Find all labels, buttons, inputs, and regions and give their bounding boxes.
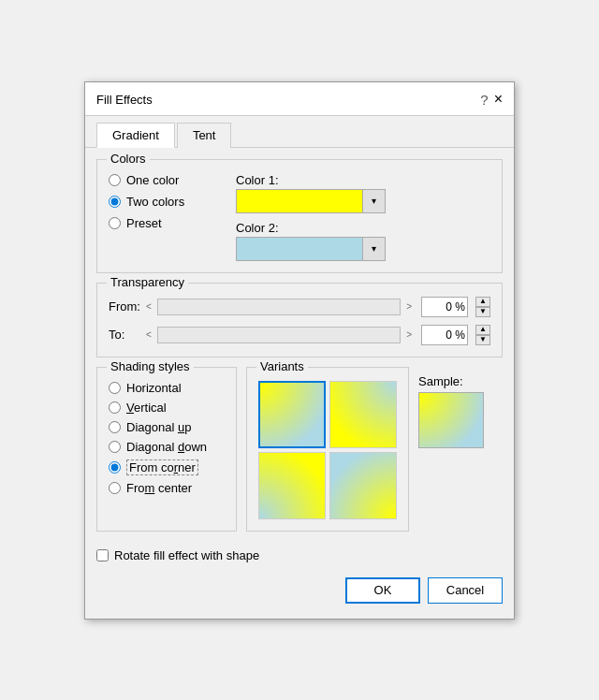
variant-2[interactable] (329, 381, 397, 448)
transparency-from-row: From: < > ▲ ▼ (109, 297, 490, 317)
tab-tent[interactable]: Tent (177, 123, 232, 148)
variant-3[interactable] (258, 452, 326, 519)
radio-from-corner-input[interactable] (109, 461, 121, 474)
to-label: To: (109, 328, 137, 342)
from-spinner: ▲ ▼ (475, 297, 490, 317)
radio-preset[interactable]: Preset (109, 216, 221, 230)
color1-swatch (237, 190, 362, 212)
color-selectors: Color 1: ▾ Color 2: ▾ (236, 173, 490, 261)
bottom-area: Shading styles Horizontal Vertical Diago… (96, 367, 503, 541)
dialog-title: Fill Effects (96, 93, 153, 107)
radio-diagonal-up[interactable]: Diagonal up (109, 420, 225, 434)
radio-diagonal-down-input[interactable] (109, 441, 121, 453)
radio-horizontal-input[interactable] (109, 382, 121, 394)
help-button[interactable]: ? (480, 92, 488, 108)
sample-area: Sample: (418, 367, 503, 541)
transparency-to-row: To: < > ▲ ▼ (109, 325, 490, 345)
rotate-checkbox-row: Rotate fill effect with shape (96, 548, 503, 562)
radio-from-corner[interactable]: From corner (109, 459, 225, 475)
color1-label: Color 1: (236, 173, 490, 187)
transparency-section: Transparency From: < > ▲ ▼ To: (96, 283, 503, 357)
ok-button[interactable]: OK (345, 577, 420, 604)
rotate-checkbox-label: Rotate fill effect with shape (114, 548, 259, 562)
radio-one-color[interactable]: One color (109, 173, 221, 187)
title-bar-controls: ? × (480, 91, 503, 108)
shading-section-label: Shading styles (107, 359, 194, 373)
tab-gradient[interactable]: Gradient (96, 123, 175, 148)
radio-preset-input[interactable] (109, 217, 121, 229)
variants-grid (258, 381, 397, 519)
radio-one-color-input[interactable] (109, 174, 121, 186)
variant-4[interactable] (329, 452, 397, 519)
color2-dropdown[interactable]: ▾ (236, 237, 386, 261)
from-slider-track[interactable] (157, 299, 401, 315)
footer-buttons: OK Cancel (96, 574, 503, 607)
color2-label: Color 2: (236, 221, 490, 235)
color1-dropdown[interactable]: ▾ (236, 189, 386, 213)
radio-vertical[interactable]: Vertical (109, 401, 225, 415)
radio-from-center[interactable]: From center (109, 481, 225, 495)
colors-inner: One color Two colors Preset Color 1: (109, 173, 490, 261)
variants-section-label: Variants (256, 359, 308, 373)
from-percent-input[interactable] (421, 297, 468, 317)
colors-section: Colors One color Two colors Preset (96, 159, 503, 273)
to-slider-right[interactable]: > (404, 328, 414, 342)
to-spinner: ▲ ▼ (475, 325, 490, 345)
to-slider-container: < > (144, 327, 414, 343)
sample-swatch (418, 392, 484, 448)
from-slider-left[interactable]: < (144, 299, 153, 314)
title-bar: Fill Effects ? × (85, 82, 514, 116)
sample-gradient (419, 393, 483, 447)
color-radio-group: One color Two colors Preset (109, 173, 221, 261)
radio-two-colors-input[interactable] (109, 196, 121, 208)
rotate-checkbox[interactable] (96, 549, 109, 561)
from-slider-container: < > (144, 299, 414, 315)
radio-horizontal[interactable]: Horizontal (109, 381, 225, 395)
to-slider-left[interactable]: < (144, 328, 153, 342)
tab-bar: Gradient Tent (85, 116, 514, 148)
to-slider-track[interactable] (157, 327, 401, 343)
dialog-content: Colors One color Two colors Preset (85, 148, 514, 619)
variant-1[interactable] (258, 381, 326, 448)
variants-section: Variants (246, 367, 409, 532)
shading-radio-group: Horizontal Vertical Diagonal up Diagonal… (109, 381, 225, 495)
cancel-button[interactable]: Cancel (428, 577, 503, 604)
color2-swatch (237, 238, 362, 260)
to-percent-input[interactable] (421, 325, 468, 345)
transparency-inner: From: < > ▲ ▼ To: < (109, 297, 490, 345)
fill-effects-dialog: Fill Effects ? × Gradient Tent Colors On… (84, 81, 515, 620)
radio-diagonal-down[interactable]: Diagonal down (109, 440, 225, 454)
shading-section: Shading styles Horizontal Vertical Diago… (96, 367, 237, 532)
color1-dropdown-arrow[interactable]: ▾ (362, 190, 385, 212)
color2-dropdown-arrow[interactable]: ▾ (362, 238, 385, 260)
from-spinner-up[interactable]: ▲ (475, 297, 490, 307)
colors-section-label: Colors (107, 152, 150, 166)
color2-group: Color 2: ▾ (236, 221, 490, 261)
transparency-label: Transparency (107, 275, 188, 289)
to-spinner-down[interactable]: ▼ (475, 335, 490, 345)
radio-two-colors[interactable]: Two colors (109, 195, 221, 209)
radio-vertical-input[interactable] (109, 401, 121, 414)
radio-diagonal-up-input[interactable] (109, 421, 121, 433)
from-spinner-down[interactable]: ▼ (475, 307, 490, 317)
close-button[interactable]: × (494, 91, 503, 108)
from-label: From: (109, 299, 137, 314)
color1-group: Color 1: ▾ (236, 173, 490, 213)
to-spinner-up[interactable]: ▲ (475, 325, 490, 335)
radio-from-center-input[interactable] (109, 482, 121, 494)
sample-label: Sample: (418, 374, 463, 388)
from-slider-right[interactable]: > (404, 299, 414, 314)
